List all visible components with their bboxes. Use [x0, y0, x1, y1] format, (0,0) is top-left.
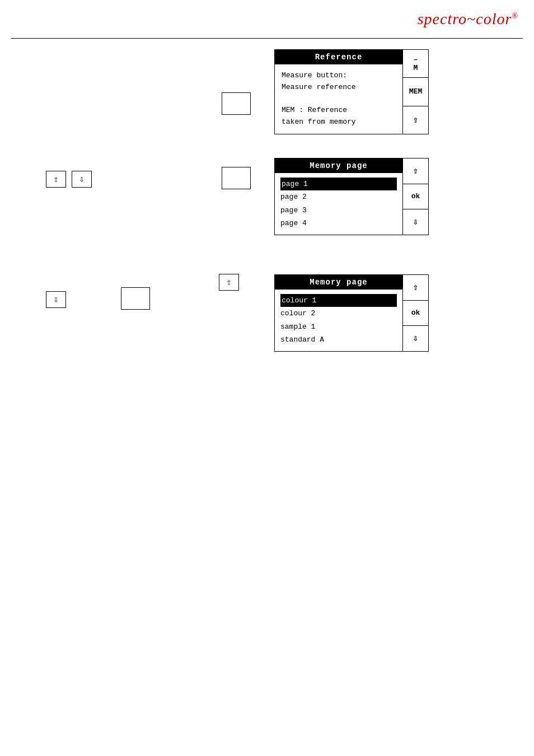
colour-page-btn-up[interactable] [403, 275, 428, 301]
reference-line2: Measure reference [282, 83, 356, 91]
arrow-down-icon-4 [53, 294, 59, 305]
colour-page-list: colour 1 colour 2 sample 1 standard A [275, 290, 402, 351]
reference-btn-mem[interactable]: MEM [403, 78, 428, 106]
panel3-ctrl-up[interactable] [219, 274, 239, 291]
memory-page-side-buttons: ok [403, 158, 429, 235]
reference-panel-container: Reference Measure button: Measure refere… [274, 49, 429, 134]
page-item-2[interactable]: page 2 [280, 190, 397, 203]
arrow-up-icon-4 [226, 277, 232, 288]
reference-btn-m[interactable]: –M [403, 50, 428, 78]
colour-item-2[interactable]: colour 2 [280, 307, 397, 320]
colour-page-panel: Memory page colour 1 colour 2 sample 1 s… [274, 274, 403, 352]
panel2-ctrl-up[interactable] [46, 171, 66, 188]
reference-line1: Measure button: [282, 71, 347, 80]
colour-item-4[interactable]: standard A [280, 333, 397, 346]
page-item-4[interactable]: page 4 [280, 217, 397, 230]
memory-page-panel: Memory page page 1 page 2 page 3 page 4 [274, 158, 403, 235]
reference-panel-title: Reference [275, 50, 402, 64]
colour-page-btn-ok[interactable]: ok [403, 301, 428, 326]
colour-item-3[interactable]: sample 1 [280, 320, 397, 333]
page-item-3[interactable]: page 3 [280, 204, 397, 217]
device-illustration-1 [222, 92, 251, 115]
memory-page-title: Memory page [275, 158, 402, 173]
arrow-down-icon-2 [79, 174, 85, 185]
reference-line3: MEM : Reference [282, 106, 347, 114]
logo-text: spectro~color® [418, 10, 518, 27]
arrow-up-icon-2 [53, 174, 59, 185]
colour-page-btn-down[interactable] [403, 326, 428, 351]
memory-page-btn-down[interactable] [403, 209, 428, 235]
reference-panel: Reference Measure button: Measure refere… [274, 49, 403, 134]
colour-page-panel-container: Memory page colour 1 colour 2 sample 1 s… [274, 274, 429, 352]
device-illustration-2 [222, 167, 251, 189]
memory-page-btn-ok[interactable]: ok [403, 184, 428, 210]
colour-item-1[interactable]: colour 1 [280, 294, 397, 307]
arrow-up-icon [413, 114, 419, 125]
colour-page-side-buttons: ok [403, 274, 429, 352]
arrow-down-icon-3 [413, 216, 419, 227]
device-illustration-3 [121, 287, 150, 310]
arrow-up-icon-5 [413, 282, 419, 293]
reference-side-buttons: –M MEM [403, 49, 429, 134]
top-divider [11, 38, 523, 39]
page-item-1[interactable]: page 1 [280, 178, 397, 190]
reference-line4: taken from memory [282, 118, 356, 126]
arrow-up-icon-3 [413, 165, 419, 176]
memory-page-list: page 1 page 2 page 3 page 4 [275, 173, 402, 235]
panel3-up-control [219, 274, 239, 291]
memory-page-panel-container: Memory page page 1 page 2 page 3 page 4 … [274, 158, 429, 235]
reference-panel-body: Measure button: Measure reference MEM : … [275, 64, 402, 134]
panel3-ctrl-down[interactable] [46, 291, 66, 308]
logo: spectro~color® [418, 10, 518, 28]
panel2-ctrl-down[interactable] [72, 171, 92, 188]
reference-btn-up[interactable] [403, 106, 428, 134]
colour-page-title: Memory page [275, 275, 402, 290]
arrow-down-icon-5 [413, 333, 419, 344]
panel3-down-control [46, 291, 66, 308]
memory-page-btn-up[interactable] [403, 158, 428, 184]
panel2-left-controls [46, 171, 92, 188]
